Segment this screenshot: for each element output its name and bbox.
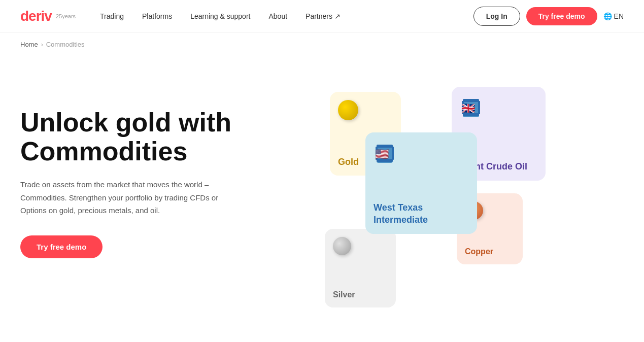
hero-title-line1: Unlock gold with — [20, 108, 231, 137]
card-wti: 🇺🇸 West Texas Intermediate — [365, 132, 477, 234]
card-silver: Silver — [325, 229, 396, 307]
hero-title: Unlock gold with Commodities — [20, 108, 294, 166]
hero-left: Unlock gold with Commodities Trade on as… — [20, 108, 315, 258]
svg-rect-9 — [478, 101, 480, 114]
hero-section: Unlock gold with Commodities Trade on as… — [0, 56, 644, 320]
hero-description: Trade on assets from the market that mov… — [20, 178, 244, 217]
us-flag-icon: 🇺🇸 — [375, 148, 389, 161]
brand-logo: deriv — [20, 8, 52, 24]
uk-flag-icon: 🇬🇧 — [461, 102, 475, 115]
hero-title-line2: Commodities — [20, 136, 187, 166]
svg-rect-4 — [392, 147, 394, 160]
breadcrumb-separator: › — [41, 41, 43, 48]
breadcrumb: Home › Commodities — [0, 32, 644, 56]
login-button[interactable]: Log In — [473, 7, 520, 26]
nav-item-learning[interactable]: Learning & support — [182, 8, 258, 24]
years-badge: 25years — [56, 13, 76, 19]
nav-item-about[interactable]: About — [260, 8, 295, 24]
commodity-cards-area: Gold 🇺🇸 West Texas Intermediate — [315, 82, 624, 285]
breadcrumb-current: Commodities — [46, 41, 85, 48]
try-demo-nav-button[interactable]: Try free demo — [526, 7, 597, 25]
copper-label: Copper — [465, 247, 493, 256]
silver-label: Silver — [333, 290, 355, 299]
wti-label: West Texas Intermediate — [374, 202, 469, 226]
silver-circle-icon — [333, 237, 351, 255]
silver-icon — [333, 237, 351, 255]
try-demo-hero-button[interactable]: Try free demo — [20, 235, 103, 258]
gold-circle-icon — [338, 100, 358, 120]
logo-area[interactable]: deriv 25years — [20, 8, 76, 24]
brent-icon: 🇬🇧 — [460, 95, 482, 125]
nav-item-platforms[interactable]: Platforms — [134, 8, 180, 24]
gold-label: Gold — [338, 157, 359, 167]
navbar: deriv 25years Trading Platforms Learning… — [0, 0, 644, 32]
lang-label: EN — [614, 12, 624, 20]
nav-links: Trading Platforms Learning & support Abo… — [92, 8, 473, 24]
breadcrumb-home[interactable]: Home — [20, 41, 38, 48]
nav-item-partners[interactable]: Partners ↗ — [297, 8, 349, 24]
language-selector[interactable]: 🌐 EN — [603, 12, 624, 20]
wti-icon: 🇺🇸 — [374, 141, 396, 170]
nav-actions: Log In Try free demo 🌐 EN — [473, 7, 624, 26]
nav-item-trading[interactable]: Trading — [92, 8, 132, 24]
gold-icon — [338, 100, 358, 120]
globe-icon: 🌐 — [603, 12, 612, 20]
